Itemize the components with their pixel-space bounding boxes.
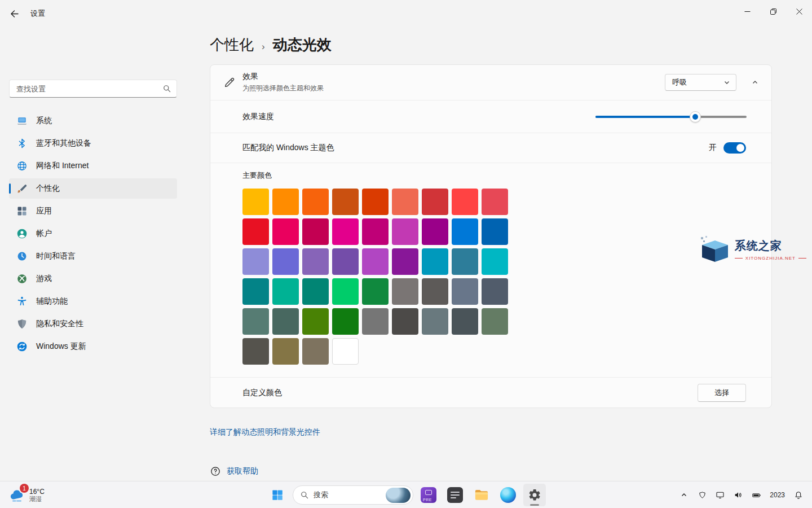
sidebar-item-apps[interactable]: 应用 (9, 201, 177, 221)
collapse-expander-button[interactable] (747, 74, 764, 91)
color-swatch[interactable] (242, 218, 269, 245)
color-swatch[interactable] (242, 278, 269, 305)
color-swatch[interactable] (332, 218, 359, 245)
breadcrumb-parent[interactable]: 个性化 (210, 35, 254, 54)
color-swatch[interactable] (242, 308, 269, 335)
color-swatch[interactable] (242, 338, 269, 365)
color-swatch[interactable] (272, 248, 299, 275)
breadcrumb: 个性化 › 动态光效 (210, 35, 772, 56)
color-swatch[interactable] (452, 278, 478, 305)
color-swatch[interactable] (482, 248, 508, 275)
media-app-button[interactable]: PRE (417, 484, 440, 506)
effect-dropdown[interactable]: 呼吸 (665, 74, 736, 91)
color-swatch[interactable] (422, 278, 448, 305)
sidebar-item-windows-update[interactable]: Windows 更新 (9, 336, 177, 357)
color-swatch[interactable] (482, 189, 508, 215)
color-swatch[interactable] (272, 338, 299, 365)
color-swatch[interactable] (452, 308, 478, 335)
tray-security-button[interactable] (694, 485, 710, 505)
color-swatch[interactable] (272, 189, 299, 215)
chevron-up-icon (681, 492, 687, 498)
color-swatch[interactable] (302, 218, 329, 245)
color-swatch[interactable] (302, 248, 329, 275)
color-swatch[interactable] (422, 189, 448, 215)
search-highlight-image[interactable] (386, 488, 411, 503)
sidebar-item-accessibility[interactable]: 辅助功能 (9, 291, 177, 312)
get-help-link[interactable]: 获取帮助 (227, 466, 258, 476)
tray-volume-button[interactable] (730, 485, 746, 505)
color-swatch[interactable] (302, 189, 329, 215)
color-swatch[interactable] (302, 308, 329, 335)
color-swatch[interactable] (392, 278, 418, 305)
file-explorer-button[interactable] (470, 484, 493, 506)
tray-display-button[interactable] (712, 485, 728, 505)
color-swatch[interactable] (482, 218, 508, 245)
clock-icon (16, 250, 28, 262)
start-button[interactable] (266, 484, 289, 506)
color-swatch[interactable] (452, 248, 478, 275)
minimize-button[interactable] (734, 0, 760, 23)
sidebar-item-network[interactable]: 网络和 Internet (9, 156, 177, 176)
color-swatch[interactable] (392, 248, 418, 275)
maximize-button[interactable] (760, 0, 786, 23)
sidebar-item-system[interactable]: 系统 (9, 111, 177, 131)
color-swatch[interactable] (392, 218, 418, 245)
color-swatch[interactable] (242, 248, 269, 275)
help-question-icon (210, 466, 221, 477)
sidebar-item-time-language[interactable]: 时间和语言 (9, 246, 177, 266)
sidebar-item-bluetooth[interactable]: 蓝牙和其他设备 (9, 133, 177, 154)
color-swatch[interactable] (482, 308, 508, 335)
back-button[interactable] (3, 4, 25, 23)
taskbar-search[interactable]: 搜索 (293, 485, 413, 505)
color-swatch[interactable] (452, 189, 478, 215)
match-theme-toggle[interactable] (723, 142, 746, 154)
choose-color-button[interactable]: 选择 (698, 384, 746, 402)
color-swatch[interactable] (302, 278, 329, 305)
tray-battery-button[interactable] (748, 485, 764, 505)
color-swatch[interactable] (272, 218, 299, 245)
color-swatch[interactable] (422, 308, 448, 335)
sidebar-item-privacy[interactable]: 隐私和安全性 (9, 314, 177, 334)
color-swatch[interactable] (362, 308, 389, 335)
sidebar-item-personalization[interactable]: 个性化 (9, 178, 177, 199)
color-swatch[interactable] (332, 189, 359, 215)
sidebar-item-accounts[interactable]: 帐户 (9, 224, 177, 244)
settings-search-box[interactable] (9, 80, 177, 98)
settings-search-input[interactable] (16, 85, 163, 93)
color-swatch[interactable] (392, 308, 418, 335)
color-swatch[interactable] (362, 218, 389, 245)
color-swatch[interactable] (422, 218, 448, 245)
color-swatch[interactable] (242, 189, 269, 215)
speed-slider-thumb[interactable] (690, 111, 701, 122)
color-swatch[interactable] (272, 308, 299, 335)
color-swatch[interactable] (332, 338, 359, 365)
color-swatch[interactable] (422, 248, 448, 275)
notepad-app-button[interactable] (444, 484, 466, 506)
sidebar-item-gaming[interactable]: 游戏 (9, 269, 177, 289)
taskbar: 1 16°C 潮湿 搜索 PRE (0, 481, 812, 508)
color-swatch[interactable] (272, 278, 299, 305)
bluetooth-icon (16, 137, 28, 150)
effect-speed-slider[interactable] (595, 111, 747, 122)
color-swatch[interactable] (482, 278, 508, 305)
color-swatch[interactable] (332, 248, 359, 275)
color-swatch[interactable] (452, 218, 478, 245)
watermark-domain-row: XITONGZHIJIA.NET (735, 256, 806, 261)
color-swatch[interactable] (362, 189, 389, 215)
color-swatch[interactable] (332, 278, 359, 305)
color-swatch[interactable] (392, 189, 418, 215)
notification-center-button[interactable] (791, 485, 806, 505)
weather-widget[interactable]: 1 16°C 潮湿 (2, 481, 51, 508)
color-swatch[interactable] (302, 338, 329, 365)
color-swatch[interactable] (362, 248, 389, 275)
accessibility-person-icon (16, 295, 28, 308)
clock-date[interactable]: 2023 (766, 491, 788, 499)
close-button[interactable] (786, 0, 812, 23)
color-swatch[interactable] (332, 308, 359, 335)
edge-browser-button[interactable] (497, 484, 519, 506)
color-swatch[interactable] (362, 278, 389, 305)
tray-overflow-button[interactable] (676, 485, 692, 505)
close-icon (796, 8, 802, 15)
learn-more-link[interactable]: 详细了解动态照明和背景光控件 (210, 427, 320, 437)
settings-app-button[interactable] (523, 484, 546, 506)
